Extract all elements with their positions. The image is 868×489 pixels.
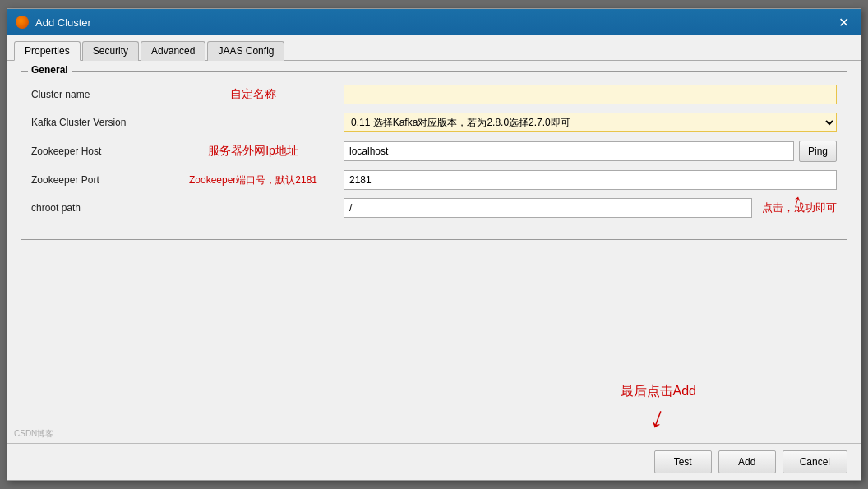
tab-advanced[interactable]: Advanced [141,41,205,61]
zookeeper-host-annotation: 服务器外网Ip地址 [163,144,344,159]
ping-button[interactable]: Ping [799,141,837,162]
general-group: General Cluster name 自定名称 Kafka Cluster … [21,71,847,240]
chroot-annotation: 点击，成功即可 [762,201,837,215]
titlebar: Add Cluster ✕ [7,9,861,35]
chroot-path-row: chroot path 点击，成功即可 [31,198,837,218]
action-bar: Test Add Cancel [7,443,861,480]
titlebar-left: Add Cluster [16,16,91,29]
tab-security[interactable]: Security [82,41,139,61]
zookeeper-port-input[interactable] [344,170,837,190]
zookeeper-host-row: Zookeeper Host 服务器外网Ip地址 Ping [31,141,837,162]
kafka-version-label: Kafka Cluster Version [31,117,163,128]
tab-jaas[interactable]: JAAS Config [207,41,284,61]
zookeeper-host-input[interactable] [344,141,794,161]
cluster-name-input[interactable] [344,85,837,104]
tab-properties[interactable]: Properties [14,41,81,61]
cluster-name-annotation: 自定名称 [163,87,344,102]
cancel-button[interactable]: Cancel [783,450,847,473]
close-button[interactable]: ✕ [834,13,852,31]
content-area: General Cluster name 自定名称 Kafka Cluster … [7,61,861,443]
watermark: CSDN博客 [14,428,53,440]
zookeeper-port-row: Zookeeper Port Zookeeper端口号，默认2181 [31,170,837,190]
add-button[interactable]: Add [718,450,776,473]
add-annotation-text: 最后点击Add [621,383,696,400]
app-icon [16,16,29,29]
kafka-version-select[interactable]: 0.11 选择Kafka对应版本，若为2.8.0选择2.7.0即可 [344,113,837,132]
cluster-name-row: Cluster name 自定名称 [31,85,837,104]
test-button[interactable]: Test [654,450,712,473]
tabs-bar: Properties Security Advanced JAAS Config [7,35,861,61]
zookeeper-port-annotation: Zookeeper端口号，默认2181 [163,173,344,187]
general-legend: General [28,64,72,76]
zookeeper-port-label: Zookeeper Port [31,174,163,186]
titlebar-title: Add Cluster [35,16,91,29]
dialog-window: Add Cluster ✕ Properties Security Advanc… [7,8,861,481]
chroot-path-label: chroot path [31,202,163,214]
add-arrow-icon: ↓ [645,399,671,436]
cluster-name-label: Cluster name [31,89,163,100]
kafka-version-row: Kafka Cluster Version 0.11 选择Kafka对应版本，若… [31,113,837,132]
add-annotation-group: 最后点击Add ↓ [621,383,696,435]
chroot-path-input[interactable] [344,198,752,218]
zookeeper-host-label: Zookeeper Host [31,145,163,157]
